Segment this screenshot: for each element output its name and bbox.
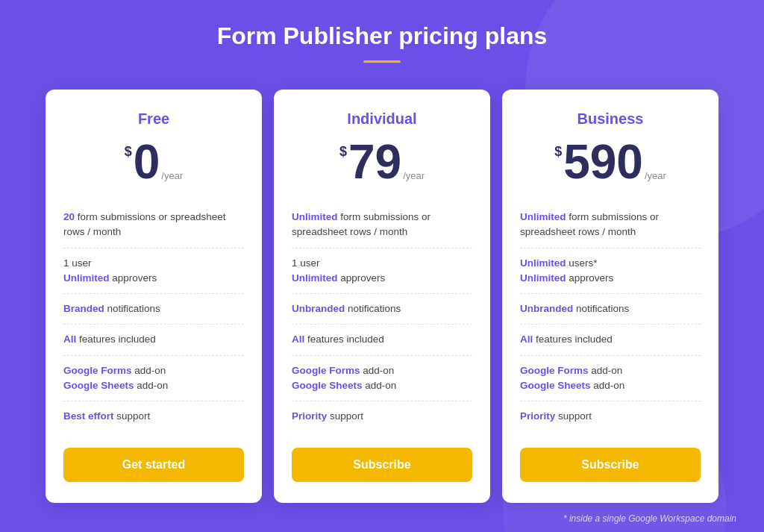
page-title: Form Publisher pricing plans: [217, 22, 548, 50]
plan-card-individual: Individual$79/yearUnlimited form submiss…: [274, 90, 490, 503]
feature-item-individual-1: 1 userUnlimited approvers: [292, 248, 472, 295]
cta-button-individual[interactable]: Subscribe: [292, 448, 472, 482]
footnote: * inside a single Google Workspace domai…: [28, 513, 736, 524]
feature-item-individual-4: Google Forms add-on Google Sheets add-on: [292, 356, 472, 402]
feature-item-individual-5: Priority support: [292, 401, 472, 431]
cta-button-business[interactable]: Subscribe: [520, 448, 701, 482]
feature-item-business-5: Priority support: [520, 401, 701, 431]
page-wrapper: Form Publisher pricing plans Free$0/year…: [0, 0, 764, 532]
price-amount-free: 0: [134, 138, 160, 186]
plan-name-business: Business: [520, 110, 701, 128]
price-period-business: /year: [645, 170, 666, 181]
plan-name-free: Free: [63, 110, 244, 128]
title-underline: [363, 60, 401, 63]
feature-item-individual-3: All features included: [292, 325, 472, 355]
feature-item-business-3: All features included: [520, 325, 701, 355]
plan-price-row-individual: $79/year: [292, 138, 472, 186]
feature-item-free-5: Best effort support: [63, 401, 244, 431]
plan-price-row-business: $590/year: [520, 138, 701, 186]
feature-item-business-0: Unlimited form submissions or spreadshee…: [520, 202, 701, 248]
feature-item-individual-0: Unlimited form submissions or spreadshee…: [292, 202, 472, 248]
plan-card-business: Business$590/yearUnlimited form submissi…: [502, 90, 718, 503]
features-list-business: Unlimited form submissions or spreadshee…: [520, 202, 701, 431]
feature-item-business-4: Google Forms add-on Google Sheets add-on: [520, 356, 701, 402]
cta-button-free[interactable]: Get started: [63, 448, 244, 482]
feature-item-individual-2: Unbranded notifications: [292, 294, 472, 325]
feature-item-business-2: Unbranded notifications: [520, 294, 701, 325]
plan-price-row-free: $0/year: [63, 138, 244, 186]
features-list-individual: Unlimited form submissions or spreadshee…: [292, 202, 472, 431]
price-period-free: /year: [161, 170, 183, 181]
plan-card-free: Free$0/year20 form submissions or spread…: [46, 90, 262, 503]
price-amount-individual: 79: [348, 138, 401, 186]
price-dollar-free: $: [125, 144, 132, 160]
feature-item-business-1: Unlimited users*Unlimited approvers: [520, 248, 701, 295]
feature-item-free-0: 20 form submissions or spreadsheet rows …: [63, 202, 244, 248]
plan-name-individual: Individual: [292, 110, 472, 128]
feature-item-free-2: Branded notifications: [63, 294, 244, 325]
feature-item-free-4: Google Forms add-on Google Sheets add-on: [63, 356, 244, 402]
price-dollar-individual: $: [339, 144, 347, 160]
feature-item-free-1: 1 userUnlimited approvers: [63, 248, 244, 295]
price-period-individual: /year: [403, 170, 425, 181]
price-amount-business: 590: [563, 138, 643, 186]
plans-container: Free$0/year20 form submissions or spread…: [28, 90, 736, 503]
price-dollar-business: $: [554, 144, 562, 160]
feature-item-free-3: All features included: [63, 325, 244, 355]
features-list-free: 20 form submissions or spreadsheet rows …: [63, 202, 244, 431]
